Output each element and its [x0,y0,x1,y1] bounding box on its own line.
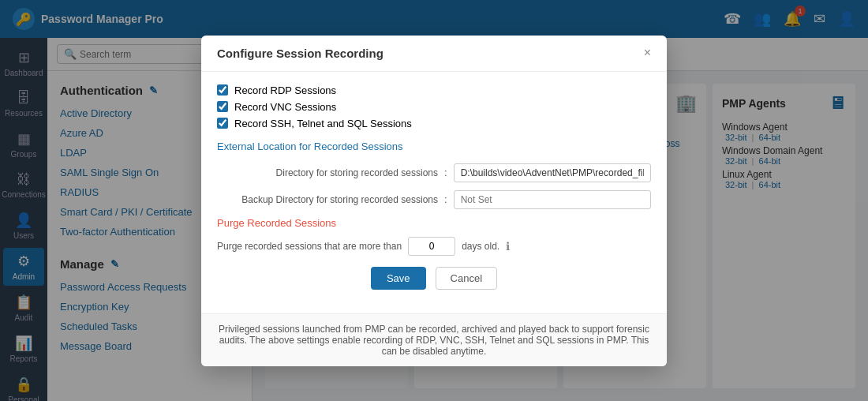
purge-days-input[interactable] [408,237,455,256]
modal-header: Configure Session Recording × [201,36,667,72]
ssh-checkbox[interactable] [217,118,228,129]
modal-body: Record RDP Sessions Record VNC Sessions … [201,72,667,313]
save-button[interactable]: Save [371,267,426,290]
purge-info-icon[interactable]: ℹ [506,240,510,253]
rdp-checkbox-row: Record RDP Sessions [217,84,651,96]
purge-label-text: Purge recorded sessions that are more th… [217,241,402,252]
rdp-label: Record RDP Sessions [234,84,336,96]
vnc-checkbox[interactable] [217,101,228,112]
purge-row: Purge recorded sessions that are more th… [217,237,651,256]
modal-title: Configure Session Recording [217,47,383,60]
modal-overlay: Configure Session Recording × Record RDP… [0,0,868,401]
ssh-label: Record SSH, Telnet and SQL Sessions [234,118,412,129]
rdp-checkbox[interactable] [217,84,228,96]
directory-label: Directory for storing recorded sessions [217,167,438,178]
modal-note: Privileged sessions launched from PMP ca… [201,313,667,366]
vnc-checkbox-row: Record VNC Sessions [217,101,651,113]
purge-sessions-link[interactable]: Purge Recorded Sessions [217,217,651,229]
configure-session-recording-modal: Configure Session Recording × Record RDP… [201,36,667,366]
backup-directory-label: Backup Directory for storing recorded se… [217,194,438,205]
modal-action-buttons: Save Cancel [217,267,651,290]
backup-directory-input[interactable] [454,190,651,209]
purge-days-suffix: days old. [462,241,499,252]
directory-row: Directory for storing recorded sessions … [217,163,651,182]
external-location-link[interactable]: External Location for Recorded Sessions [217,141,651,152]
session-checkboxes: Record RDP Sessions Record VNC Sessions … [217,84,651,129]
ssh-checkbox-row: Record SSH, Telnet and SQL Sessions [217,118,651,129]
modal-close-button[interactable]: × [644,47,651,59]
cancel-button[interactable]: Cancel [436,267,497,290]
directory-input[interactable] [454,163,651,182]
vnc-label: Record VNC Sessions [234,101,336,113]
backup-directory-row: Backup Directory for storing recorded se… [217,190,651,209]
